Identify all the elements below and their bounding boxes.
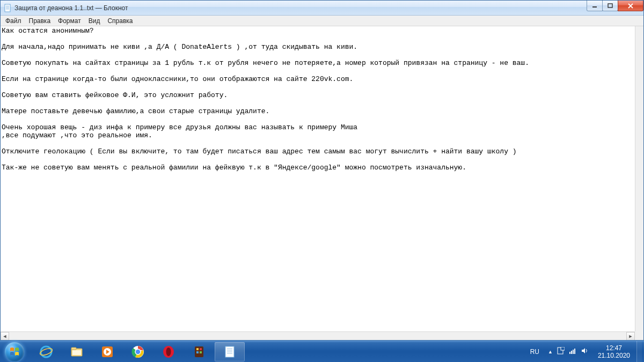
svg-rect-6 bbox=[608, 4, 612, 8]
title-bar[interactable]: Защита от деанона 1.1..txt — Блокнот bbox=[1, 1, 643, 16]
clock[interactable]: 12:47 21.10.2020 bbox=[595, 344, 633, 359]
scroll-corner bbox=[635, 331, 643, 340]
svg-rect-20 bbox=[196, 348, 199, 350]
taskbar-app-yellow[interactable] bbox=[184, 342, 214, 361]
taskbar-notepad[interactable] bbox=[215, 342, 245, 361]
notepad-icon bbox=[4, 4, 12, 12]
svg-rect-32 bbox=[571, 351, 572, 354]
action-center-icon[interactable] bbox=[557, 347, 565, 356]
menu-file[interactable]: Файл bbox=[2, 16, 25, 26]
menu-bar: Файл Правка Формат Вид Справка bbox=[1, 16, 643, 26]
tray-expand-icon[interactable]: ▲ bbox=[548, 349, 553, 354]
taskbar-opera[interactable] bbox=[153, 342, 184, 361]
start-button[interactable] bbox=[0, 341, 29, 362]
horizontal-scrollbar[interactable]: ◄ ► bbox=[1, 331, 635, 340]
notepad-window: Защита от деанона 1.1..txt — Блокнот Фай… bbox=[0, 0, 644, 341]
taskbar-ie[interactable] bbox=[31, 342, 61, 361]
svg-rect-22 bbox=[196, 351, 199, 353]
clock-date: 21.10.2020 bbox=[598, 352, 630, 359]
windows-orb-icon bbox=[5, 342, 24, 361]
volume-icon[interactable] bbox=[581, 347, 588, 356]
svg-rect-11 bbox=[72, 350, 81, 355]
svg-rect-30 bbox=[561, 347, 565, 350]
close-button[interactable] bbox=[618, 1, 643, 11]
menu-help[interactable]: Справка bbox=[104, 16, 136, 26]
window-title: Защита от деанона 1.1..txt — Блокнот bbox=[14, 4, 128, 12]
svg-rect-5 bbox=[592, 6, 597, 8]
clock-time: 12:47 bbox=[598, 344, 630, 352]
svg-rect-23 bbox=[200, 351, 202, 353]
window-controls bbox=[587, 1, 643, 11]
menu-view[interactable]: Вид bbox=[85, 16, 104, 26]
svg-rect-21 bbox=[200, 348, 202, 350]
menu-format[interactable]: Формат bbox=[54, 16, 85, 26]
taskbar-explorer[interactable] bbox=[62, 342, 92, 361]
maximize-button[interactable] bbox=[602, 1, 618, 11]
language-indicator[interactable]: RU bbox=[528, 348, 541, 356]
svg-point-18 bbox=[166, 348, 171, 356]
tray-icons: ▲ bbox=[545, 347, 591, 356]
text-content[interactable]: Как остатся анонимным? Для начала,надо п… bbox=[1, 26, 635, 331]
svg-rect-34 bbox=[574, 349, 575, 354]
menu-edit[interactable]: Правка bbox=[25, 16, 55, 26]
svg-rect-19 bbox=[195, 346, 203, 357]
taskbar-mediaplayer[interactable] bbox=[92, 342, 122, 361]
editor-area: Как остатся анонимным? Для начала,надо п… bbox=[1, 26, 643, 340]
show-desktop-button[interactable] bbox=[636, 341, 642, 363]
svg-rect-33 bbox=[573, 350, 574, 354]
network-icon[interactable] bbox=[569, 347, 576, 356]
system-tray: RU ▲ 12:47 21.10.2020 bbox=[528, 341, 644, 362]
svg-rect-10 bbox=[71, 348, 76, 350]
svg-rect-31 bbox=[569, 352, 570, 354]
scroll-right-button[interactable]: ► bbox=[626, 332, 635, 340]
minimize-button[interactable] bbox=[587, 1, 603, 11]
svg-point-7 bbox=[41, 346, 52, 357]
taskbar: RU ▲ 12:47 21.10.2020 bbox=[0, 341, 644, 362]
taskbar-items bbox=[29, 341, 247, 362]
scroll-left-button[interactable]: ◄ bbox=[1, 332, 9, 340]
taskbar-chrome[interactable] bbox=[123, 342, 153, 361]
vertical-scrollbar[interactable] bbox=[635, 26, 643, 331]
